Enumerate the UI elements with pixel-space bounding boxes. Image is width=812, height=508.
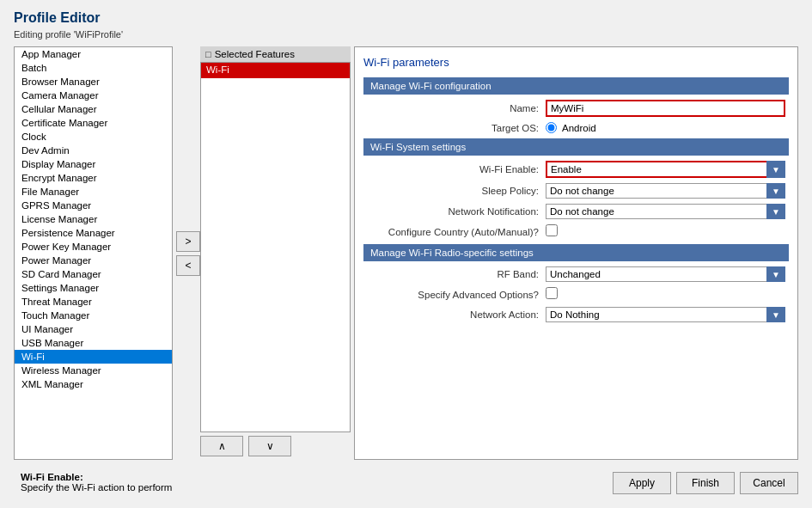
target-os-control: Android <box>546 122 785 133</box>
available-features-panel: App ManagerBatchBrowser ManagerCamera Ma… <box>14 46 173 460</box>
network-notification-select[interactable]: Do not change Enable Disable <box>546 204 785 219</box>
wifi-enable-row: Wi-Fi Enable: Enable Disable Do not chan… <box>363 161 789 178</box>
target-os-label: Target OS: <box>367 123 539 133</box>
wifi-enable-label: Wi-Fi Enable: <box>367 164 539 174</box>
rf-band-select[interactable]: Unchanged 2.4GHz 5GHz Auto <box>546 266 785 282</box>
network-notification-label: Network Notification: <box>367 206 539 217</box>
arrow-buttons: > < <box>176 46 200 460</box>
help-text: Wi-Fi Enable: Specify the Wi-Fi action t… <box>14 467 606 498</box>
specify-advanced-checkbox[interactable] <box>546 287 558 299</box>
available-item[interactable]: USB Manager <box>15 336 172 350</box>
selected-features-label: Selected Features <box>215 49 295 59</box>
available-item[interactable]: SD Card Manager <box>15 267 172 281</box>
network-action-label: Network Action: <box>367 309 539 320</box>
available-item[interactable]: Dev Admin <box>15 144 172 157</box>
available-item[interactable]: Clock <box>15 130 172 144</box>
network-action-select[interactable]: Do Nothing Connect Disconnect <box>546 307 785 322</box>
move-up-button[interactable]: ∧ <box>200 436 243 456</box>
bottom-section: Wi-Fi Enable: Specify the Wi-Fi action t… <box>14 467 798 498</box>
wifi-enable-select[interactable]: Enable Disable Do not change <box>546 161 785 178</box>
middle-section: > < □ Selected Features Wi-Fi ∧ ∨ <box>176 46 351 460</box>
manage-wifi-section-header: Manage Wi-Fi configuration <box>363 77 789 95</box>
wifi-enable-wrapper: Enable Disable Do not change ▼ <box>546 161 785 178</box>
right-panel: Wi-Fi parameters Manage Wi-Fi configurat… <box>354 46 798 460</box>
available-item[interactable]: App Manager <box>15 47 172 61</box>
sleep-policy-wrapper: Do not change Never Sleep Sleep when scr… <box>546 183 785 199</box>
selected-item[interactable]: Wi-Fi <box>201 63 350 77</box>
android-label: Android <box>562 123 596 133</box>
selected-features-header: □ Selected Features <box>200 46 351 63</box>
network-notification-wrapper: Do not change Enable Disable ▼ <box>546 204 785 219</box>
dialog-title: Profile Editor <box>14 10 798 26</box>
configure-country-label: Configure Country (Auto/Manual)? <box>367 227 539 237</box>
help-title: Wi-Fi Enable: <box>21 472 599 482</box>
remove-feature-button[interactable]: < <box>176 255 200 276</box>
android-radio[interactable] <box>546 122 557 133</box>
configure-country-checkbox[interactable] <box>546 224 558 236</box>
specify-advanced-control <box>546 287 785 302</box>
available-item[interactable]: Wi-Fi <box>15 350 172 364</box>
name-control <box>546 100 785 117</box>
wifi-radio-section-header: Manage Wi-Fi Radio-specific settings <box>363 244 789 261</box>
available-item[interactable]: Power Key Manager <box>15 240 172 254</box>
available-item[interactable]: UI Manager <box>15 322 172 336</box>
selected-features-container: □ Selected Features Wi-Fi ∧ ∨ <box>200 46 351 460</box>
specify-advanced-label: Specify Advanced Options? <box>367 290 539 300</box>
dialog-subtitle: Editing profile 'WiFiProfile' <box>14 29 798 40</box>
rf-band-label: RF Band: <box>367 269 539 279</box>
sleep-policy-control: Do not change Never Sleep Sleep when scr… <box>546 183 785 199</box>
available-item[interactable]: Persistence Manager <box>15 226 172 240</box>
cancel-button[interactable]: Cancel <box>740 472 798 494</box>
help-description: Specify the Wi-Fi action to perform <box>21 482 599 493</box>
button-row: Apply Finish Cancel <box>613 467 798 498</box>
up-down-buttons: ∧ ∨ <box>200 432 351 460</box>
network-notification-control: Do not change Enable Disable ▼ <box>546 204 785 219</box>
available-item[interactable]: Cellular Manager <box>15 102 172 116</box>
wifi-enable-control: Enable Disable Do not change ▼ <box>546 161 785 178</box>
available-item[interactable]: File Manager <box>15 185 172 199</box>
sleep-policy-select[interactable]: Do not change Never Sleep Sleep when scr… <box>546 183 785 199</box>
network-action-wrapper: Do Nothing Connect Disconnect ▼ <box>546 307 785 322</box>
network-notification-row: Network Notification: Do not change Enab… <box>363 204 789 219</box>
move-down-button[interactable]: ∨ <box>248 436 291 456</box>
minus-icon: □ <box>205 49 211 59</box>
available-item[interactable]: Display Manager <box>15 157 172 171</box>
available-item[interactable]: GPRS Manager <box>15 199 172 212</box>
available-item[interactable]: Camera Manager <box>15 89 172 102</box>
available-item[interactable]: Threat Manager <box>15 295 172 309</box>
target-os-radio-group: Android <box>546 122 785 133</box>
sleep-policy-label: Sleep Policy: <box>367 186 539 196</box>
rf-band-row: RF Band: Unchanged 2.4GHz 5GHz Auto ▼ <box>363 266 789 282</box>
available-item[interactable]: Browser Manager <box>15 75 172 89</box>
available-item[interactable]: Wireless Manager <box>15 364 172 377</box>
specify-advanced-row: Specify Advanced Options? <box>363 287 789 302</box>
available-item[interactable]: Power Manager <box>15 254 172 267</box>
available-item[interactable]: Touch Manager <box>15 309 172 322</box>
wifi-system-section-header: Wi-Fi System settings <box>363 138 789 156</box>
network-action-row: Network Action: Do Nothing Connect Disco… <box>363 307 789 322</box>
available-item[interactable]: Settings Manager <box>15 281 172 295</box>
selected-features-list: Wi-Fi <box>200 63 351 432</box>
network-action-control: Do Nothing Connect Disconnect ▼ <box>546 307 785 322</box>
right-panel-title: Wi-Fi parameters <box>363 56 789 69</box>
rf-band-control: Unchanged 2.4GHz 5GHz Auto ▼ <box>546 266 785 282</box>
available-item[interactable]: License Manager <box>15 212 172 226</box>
sleep-policy-row: Sleep Policy: Do not change Never Sleep … <box>363 183 789 199</box>
add-feature-button[interactable]: > <box>176 231 200 252</box>
available-item[interactable]: Encrypt Manager <box>15 171 172 185</box>
name-input[interactable] <box>546 100 785 117</box>
configure-country-control <box>546 224 785 239</box>
profile-editor-dialog: Profile Editor Editing profile 'WiFiProf… <box>0 0 812 508</box>
main-content: App ManagerBatchBrowser ManagerCamera Ma… <box>14 46 798 460</box>
target-os-row: Target OS: Android <box>363 122 789 133</box>
name-label: Name: <box>367 103 539 113</box>
available-item[interactable]: Batch <box>15 61 172 75</box>
available-item[interactable]: Certificate Manager <box>15 116 172 130</box>
finish-button[interactable]: Finish <box>676 472 735 494</box>
available-item[interactable]: XML Manager <box>15 377 172 391</box>
configure-country-row: Configure Country (Auto/Manual)? <box>363 224 789 239</box>
rf-band-wrapper: Unchanged 2.4GHz 5GHz Auto ▼ <box>546 266 785 282</box>
apply-button[interactable]: Apply <box>613 472 671 494</box>
name-row: Name: <box>363 100 789 117</box>
